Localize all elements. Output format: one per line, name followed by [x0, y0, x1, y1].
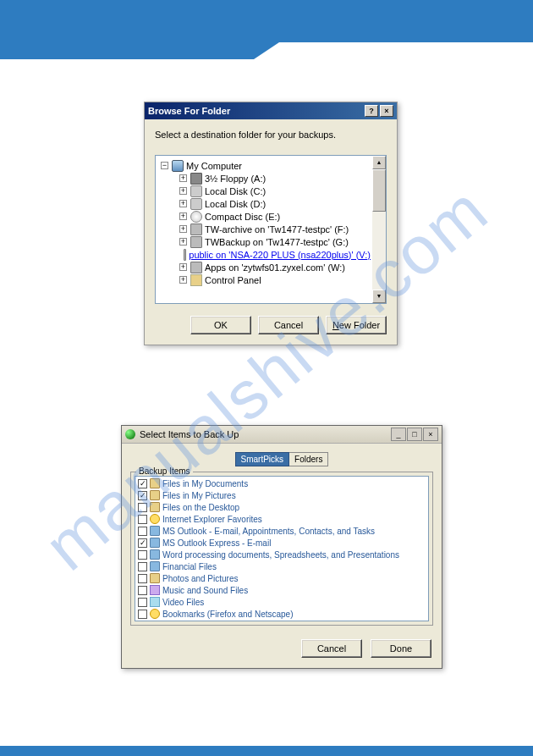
checkbox[interactable]	[138, 562, 147, 571]
folder-tree-container: − My Computer + 3½ Floppy (A:) + Local D…	[155, 155, 387, 304]
financial-icon	[150, 561, 160, 571]
done-button[interactable]: Done	[371, 639, 431, 658]
favorites-icon	[150, 514, 160, 524]
backup-item[interactable]: MS Outlook Express - E-mail	[136, 537, 427, 549]
checkbox[interactable]	[138, 491, 147, 500]
backup-item[interactable]: Video Files	[136, 596, 427, 608]
folder-icon	[150, 490, 160, 500]
outlook-icon	[150, 526, 160, 536]
checkbox[interactable]	[138, 550, 147, 560]
backup-item[interactable]: Files in My Documents	[136, 477, 427, 489]
tree-item[interactable]: + Compact Disc (E:)	[157, 210, 371, 223]
checkbox[interactable]	[138, 479, 147, 488]
tree-item-label: public on 'NSA-220 PLUS (nsa220plus)' (V…	[189, 250, 371, 260]
minimize-button[interactable]: _	[391, 428, 406, 441]
control-panel-icon	[190, 274, 202, 286]
tree-item-selected[interactable]: public on 'NSA-220 PLUS (nsa220plus)' (V…	[157, 248, 371, 261]
dialog-titlebar[interactable]: Browse For Folder ? ×	[145, 102, 397, 119]
expand-icon[interactable]: +	[179, 276, 187, 284]
select-items-dialog: Select Items to Back Up _ □ × SmartPicks…	[121, 425, 442, 669]
tree-item[interactable]: + TWBackup on 'Tw1477-testpc' (G:)	[157, 235, 371, 248]
tabs: SmartPicks Folders	[235, 452, 329, 466]
cancel-button[interactable]: Cancel	[301, 639, 362, 658]
backup-item[interactable]: Photos and Pictures	[136, 572, 427, 584]
backup-item[interactable]: Internet Explorer Favorites	[136, 513, 427, 525]
item-label: Internet Explorer Favorites	[162, 515, 262, 524]
photos-icon	[150, 573, 160, 583]
expand-icon[interactable]: +	[179, 174, 187, 182]
maximize-button[interactable]: □	[407, 428, 422, 441]
item-label: MS Outlook - E-mail, Appointments, Conta…	[162, 527, 375, 536]
backup-item[interactable]: Financial Files	[136, 560, 427, 572]
dialog-title: Browse For Folder	[148, 106, 230, 116]
tab-folders[interactable]: Folders	[289, 452, 328, 466]
tree-item-label: Apps on 'zytwfs01.zyxel.com' (W:)	[205, 262, 345, 273]
checkbox[interactable]	[138, 527, 147, 536]
item-label: Files in My Pictures	[162, 491, 236, 500]
app-icon	[125, 429, 135, 439]
item-label: Video Files	[162, 598, 204, 607]
vertical-scrollbar[interactable]: ▲ ▼	[372, 156, 386, 303]
disk-icon	[190, 198, 202, 210]
scroll-down-button[interactable]: ▼	[372, 290, 386, 303]
dialog2-button-row: Cancel Done	[122, 634, 442, 668]
tree-item[interactable]: + Control Panel	[157, 273, 371, 286]
backup-item[interactable]: Bookmarks (Firefox and Netscape)	[136, 608, 427, 620]
ok-button[interactable]: OK	[190, 316, 251, 334]
close-button[interactable]: ×	[380, 105, 393, 117]
backup-item[interactable]: Music and Sound Files	[136, 584, 427, 596]
tree-item[interactable]: + TW-archive on 'Tw1477-testpc' (F:)	[157, 223, 371, 235]
expand-none	[179, 251, 180, 258]
checkbox[interactable]	[138, 538, 147, 548]
scroll-thumb[interactable]	[372, 169, 386, 212]
checkbox[interactable]	[138, 598, 147, 607]
tree-item[interactable]: + Local Disk (C:)	[157, 185, 371, 197]
backup-item[interactable]: Files on the Desktop	[136, 501, 427, 513]
expand-icon[interactable]: +	[179, 238, 187, 246]
cancel-button[interactable]: Cancel	[258, 316, 319, 334]
scroll-track[interactable]	[372, 169, 386, 290]
item-label: MS Outlook Express - E-mail	[162, 538, 271, 548]
tree-item[interactable]: + 3½ Floppy (A:)	[157, 172, 371, 185]
scroll-up-button[interactable]: ▲	[372, 156, 386, 169]
expand-icon[interactable]: +	[179, 187, 187, 195]
folder-tree[interactable]: − My Computer + 3½ Floppy (A:) + Local D…	[156, 156, 372, 303]
tree-item[interactable]: + Apps on 'zytwfs01.zyxel.com' (W:)	[157, 261, 371, 273]
checkbox[interactable]	[138, 503, 147, 512]
tabs-area: SmartPicks Folders	[122, 444, 442, 466]
dialog2-titlebar[interactable]: Select Items to Back Up _ □ ×	[122, 426, 442, 444]
expand-icon[interactable]: +	[179, 225, 187, 233]
help-button[interactable]: ?	[365, 105, 378, 117]
tree-item-label: TWBackup on 'Tw1477-testpc' (G:)	[205, 237, 349, 247]
tree-item-label: TW-archive on 'Tw1477-testpc' (F:)	[205, 224, 349, 235]
collapse-icon[interactable]: −	[161, 162, 168, 169]
page-banner-bottom	[0, 746, 533, 756]
item-label: Files on the Desktop	[162, 503, 239, 512]
checkbox[interactable]	[138, 515, 147, 524]
tree-root[interactable]: − My Computer	[157, 159, 371, 172]
expand-icon[interactable]: +	[179, 200, 187, 207]
page-banner-top	[0, 0, 533, 42]
close-button[interactable]: ×	[423, 428, 438, 441]
backup-item[interactable]: MS Outlook - E-mail, Appointments, Conta…	[136, 525, 427, 537]
tree-item-label: Local Disk (D:)	[205, 199, 266, 209]
item-label: Word processing documents, Spreadsheets,…	[162, 550, 399, 560]
page-banner-notch	[0, 42, 279, 59]
backup-item[interactable]: Word processing documents, Spreadsheets,…	[136, 549, 427, 560]
folder-icon	[150, 502, 160, 512]
checkbox[interactable]	[138, 574, 147, 583]
expand-icon[interactable]: +	[179, 212, 187, 220]
bookmarks-icon	[150, 609, 160, 619]
netdrive-icon	[190, 223, 202, 235]
checkbox[interactable]	[138, 610, 147, 619]
tree-item[interactable]: + Local Disk (D:)	[157, 197, 371, 210]
disk-icon	[190, 185, 202, 197]
backup-items-group: Backup Items Files in My Documents Files…	[130, 472, 433, 626]
tree-item-label: Local Disk (C:)	[205, 186, 266, 196]
checkbox[interactable]	[138, 586, 147, 595]
dialog-prompt: Select a destination folder for your bac…	[155, 130, 387, 140]
expand-icon[interactable]: +	[179, 263, 187, 271]
new-folder-button[interactable]: New Folder	[326, 316, 387, 334]
backup-item[interactable]: Files in My Pictures	[136, 489, 427, 501]
tab-smartpicks[interactable]: SmartPicks	[235, 452, 290, 466]
